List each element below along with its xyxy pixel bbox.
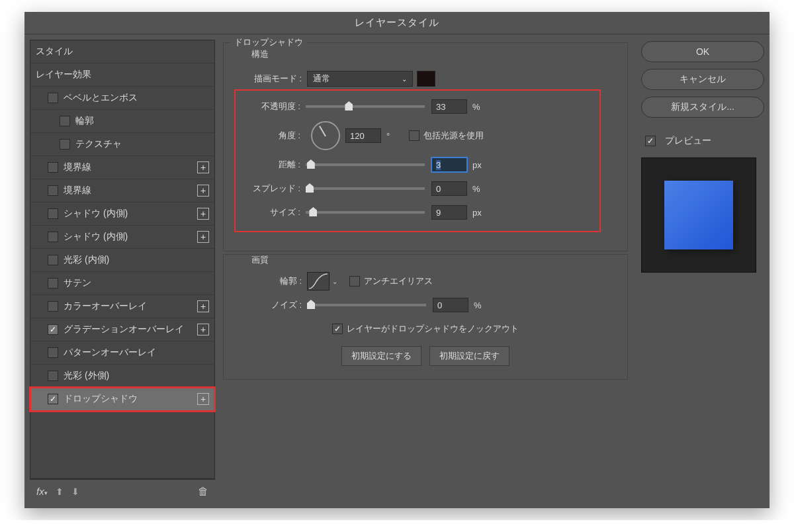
titlebar: レイヤースタイル [24,12,770,34]
effects-sidebar: スタイル レイヤー効果 ベベルとエンボス 輪郭 テクスチャ 境界線+ 境界線+ … [30,40,215,503]
move-down-icon[interactable]: ⬇ [71,486,79,497]
knockout-checkbox[interactable] [332,324,343,334]
checkbox[interactable] [48,371,58,381]
shadow-color-swatch[interactable] [417,71,435,87]
effect-bevel-emboss[interactable]: ベベルとエンボス [30,87,214,110]
effect-inner-shadow-1[interactable]: シャドウ (内側)+ [30,202,214,226]
action-panel: OK キャンセル 新規スタイル... プレビュー [641,40,764,503]
angle-dial[interactable] [311,121,340,150]
blend-mode-field: 描画モード : 通常⌄ [237,68,614,89]
effect-outer-glow[interactable]: 光彩 (外側) [30,365,214,388]
checkbox[interactable] [48,162,58,173]
move-up-icon[interactable]: ⬆ [56,486,64,497]
distance-input[interactable]: 3 [431,157,467,172]
reset-default-button[interactable]: 初期設定に戻す [429,346,509,366]
section-heading: ドロップシャドウ [230,36,307,48]
add-icon[interactable]: + [197,393,209,405]
preview-square [664,181,733,249]
effect-color-overlay[interactable]: カラーオーバーレイ+ [30,295,214,318]
opacity-input[interactable]: 33 [431,99,467,114]
trash-icon[interactable]: 🗑 [198,486,208,498]
angle-input[interactable]: 120 [345,128,381,143]
size-input[interactable]: 9 [431,205,467,220]
checkbox[interactable] [48,208,58,219]
effect-stroke-1[interactable]: 境界線+ [30,156,214,179]
global-light-checkbox[interactable] [409,130,419,141]
quality-section: 画質 輪郭 : ⌄ アンチエイリアス ノイズ : [223,254,628,380]
add-icon[interactable]: + [197,161,209,173]
distance-slider[interactable] [306,163,425,166]
checkbox[interactable] [48,394,58,404]
checkbox[interactable] [48,255,58,265]
checkbox[interactable] [48,185,58,196]
spread-slider[interactable] [306,187,425,190]
contour-field: 輪郭 : ⌄ アンチエイリアス [237,271,614,292]
settings-panel: ドロップシャドウ 構造 描画モード : 通常⌄ 不透明度 : 33 % [220,40,636,503]
chevron-down-icon[interactable]: ⌄ [332,278,337,285]
checkbox[interactable] [60,139,70,150]
effect-drop-shadow[interactable]: ドロップシャドウ+ [30,388,214,411]
highlighted-params: 不透明度 : 33 % 角度 : 120 ° 包括光源を使用 [234,89,601,232]
preview-toggle[interactable]: プレビュー [645,135,764,147]
size-slider[interactable] [306,211,425,214]
add-icon[interactable]: + [197,231,209,243]
structure-section: ドロップシャドウ 構造 描画モード : 通常⌄ 不透明度 : 33 % [223,42,628,251]
checkbox[interactable] [48,301,58,312]
effect-satin[interactable]: サテン [30,272,214,295]
effect-contour[interactable]: 輪郭 [30,110,214,133]
knockout-field: レイヤーがドロップシャドウをノックアウト [237,318,614,339]
layer-style-dialog: レイヤースタイル スタイル レイヤー効果 ベベルとエンボス 輪郭 テクスチャ 境… [24,12,770,508]
effect-inner-glow[interactable]: 光彩 (内側) [30,249,214,272]
sidebar-footer: fx▾ ⬆ ⬇ 🗑 [30,479,215,503]
opacity-field: 不透明度 : 33 % [236,96,594,117]
preview-thumbnail [641,157,756,273]
checkbox[interactable] [60,116,70,126]
noise-input[interactable]: 0 [433,298,468,312]
cancel-button[interactable]: キャンセル [641,69,764,90]
add-icon[interactable]: + [197,208,209,220]
checkbox[interactable] [48,324,58,335]
size-field: サイズ : 9 px [236,202,594,223]
preview-checkbox[interactable] [645,136,656,146]
make-default-button[interactable]: 初期設定にする [341,346,421,366]
blending-options[interactable]: レイヤー効果 [30,64,214,87]
effect-pattern-overlay[interactable]: パターンオーバーレイ [30,341,214,365]
fx-menu-icon[interactable]: fx▾ [36,486,48,497]
angle-field: 角度 : 120 ° 包括光源を使用 [236,120,594,152]
distance-field: 距離 : 3 px [236,154,594,175]
styles-header[interactable]: スタイル [30,40,214,64]
checkbox[interactable] [48,347,58,358]
spread-field: スプレッド : 0 % [236,178,594,199]
effect-gradient-overlay[interactable]: グラデーションオーバーレイ+ [30,318,214,341]
ok-button[interactable]: OK [641,41,764,62]
effect-texture[interactable]: テクスチャ [30,133,214,156]
checkbox[interactable] [48,278,58,288]
noise-field: ノイズ : 0 % [237,294,614,316]
effect-inner-shadow-2[interactable]: シャドウ (内側)+ [30,226,214,249]
add-icon[interactable]: + [197,185,209,197]
contour-picker[interactable] [307,272,330,290]
spread-input[interactable]: 0 [431,181,467,196]
checkbox[interactable] [48,93,58,103]
effect-stroke-2[interactable]: 境界線+ [30,179,214,202]
add-icon[interactable]: + [197,300,209,312]
blend-mode-select[interactable]: 通常⌄ [307,71,413,87]
antialias-checkbox[interactable] [349,276,360,287]
chevron-down-icon: ⌄ [402,75,407,83]
new-style-button[interactable]: 新規スタイル... [641,97,764,118]
window-title: レイヤースタイル [355,17,439,29]
noise-slider[interactable] [307,304,426,306]
opacity-slider[interactable] [306,105,425,108]
checkbox[interactable] [48,232,58,242]
add-icon[interactable]: + [197,324,209,335]
